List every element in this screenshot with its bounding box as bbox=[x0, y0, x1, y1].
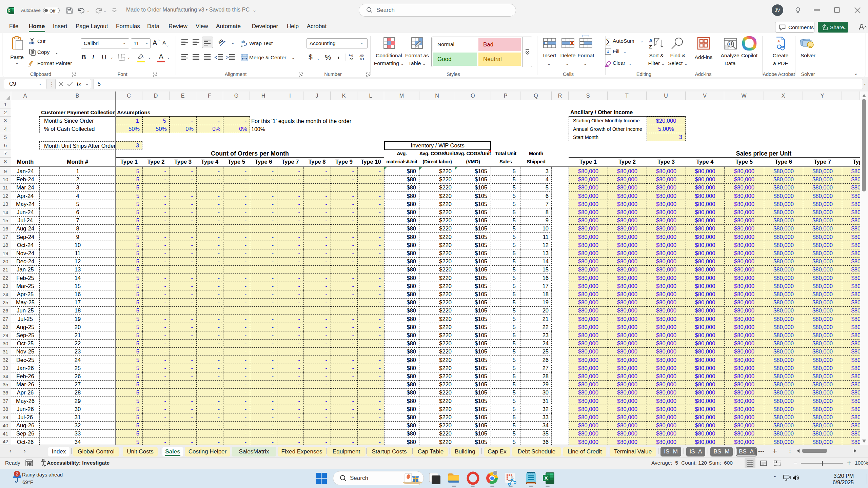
svg-text:0: 0 bbox=[351, 54, 353, 57]
svg-text:X: X bbox=[544, 475, 548, 481]
svg-text:A: A bbox=[649, 38, 653, 43]
svg-text:.00: .00 bbox=[349, 58, 353, 61]
svg-text:c: c bbox=[241, 43, 243, 47]
svg-text:X: X bbox=[8, 9, 10, 13]
svg-text:A: A bbox=[777, 39, 780, 43]
svg-text:0: 0 bbox=[360, 58, 362, 61]
svg-text:.00: .00 bbox=[359, 54, 364, 57]
svg-text:Z: Z bbox=[649, 44, 652, 49]
